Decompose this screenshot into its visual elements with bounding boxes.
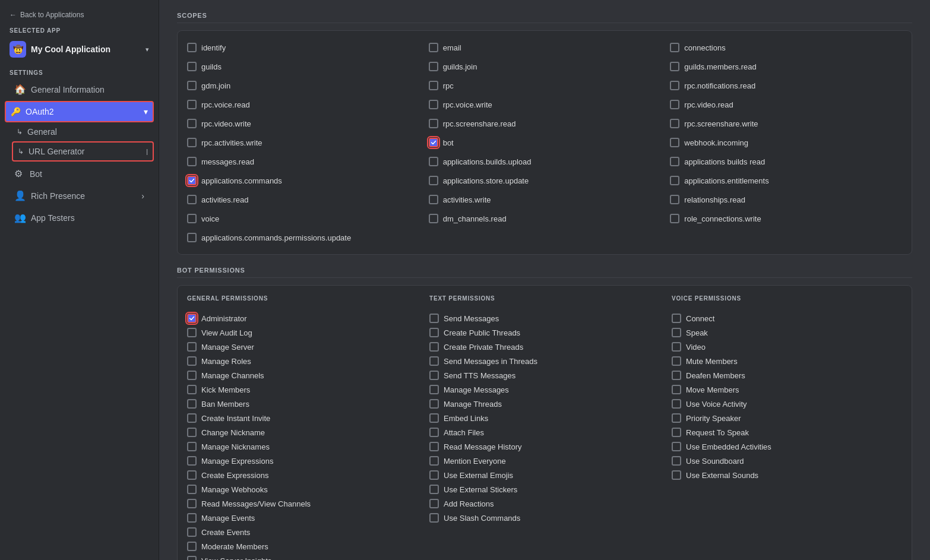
checkbox-webhook-incoming[interactable] [670,138,679,147]
checkbox-manage-webhooks[interactable] [187,485,197,494]
app-emoji: 🤠 [13,45,23,54]
checkbox-item-activities-write: activities.write [429,192,661,207]
checkbox-send-messages[interactable] [429,314,439,323]
checkbox-relationships-read[interactable] [670,195,679,204]
checkbox-guilds-members-read[interactable] [670,62,679,71]
checkbox-item-use-external-emojis: Use External Emojis [429,468,660,482]
checkbox-label-applications-entitlements: applications.entitlements [684,176,768,185]
checkbox-applications-entitlements[interactable] [670,176,679,185]
checkbox-move-members[interactable] [672,385,681,394]
checkbox-manage-roles[interactable] [187,356,197,366]
checkbox-item-send-messages-in-threads: Send Messages in Threads [429,354,660,368]
checkbox-administrator[interactable] [187,314,197,323]
checkbox-identify[interactable] [187,43,197,52]
checkbox-applications-store-update[interactable] [429,176,438,185]
checkbox-request-to-speak[interactable] [672,428,681,437]
back-to-applications-link[interactable]: ← Back to Applications [0,7,159,25]
checkbox-applications-commands[interactable] [187,176,197,185]
checkbox-rpc[interactable] [429,81,438,90]
checkbox-use-voice-activity[interactable] [672,399,681,409]
checkbox-use-embedded-activities[interactable] [672,442,681,451]
checkbox-send-messages-in-threads[interactable] [429,356,439,366]
checkbox-bot[interactable] [429,138,438,147]
checkbox-create-expressions[interactable] [187,470,197,480]
checkbox-rpc-screenshare-read[interactable] [429,119,438,128]
checkbox-moderate-members[interactable] [187,542,197,551]
checkbox-mention-everyone[interactable] [429,456,439,466]
checkbox-send-tts-messages[interactable] [429,371,439,380]
checkbox-change-nickname[interactable] [187,428,197,437]
rich-presence-icon: 👤 [14,190,26,201]
checkbox-read-message-history[interactable] [429,442,439,451]
checkbox-rpc-video-read[interactable] [670,100,679,109]
sidebar-item-oauth2[interactable]: 🔑 OAuth2 ▾ [5,101,154,122]
checkbox-video[interactable] [672,342,681,352]
checkbox-email[interactable] [429,43,438,52]
checkbox-use-slash-commands[interactable] [429,513,439,523]
checkbox-kick-members[interactable] [187,385,197,394]
checkbox-rpc-activities-write[interactable] [187,138,197,147]
checkbox-role-connections-write[interactable] [670,214,679,223]
checkbox-create-instant-invite[interactable] [187,413,197,423]
checkbox-activities-read[interactable] [187,195,197,204]
checkbox-manage-threads[interactable] [429,399,439,409]
checkbox-ban-members[interactable] [187,399,197,409]
checkbox-read-messages-view-channels[interactable] [187,499,197,508]
sidebar-item-bot[interactable]: ⚙ Bot [5,163,154,184]
checkbox-item-request-to-speak: Request To Speak [672,425,902,439]
checkbox-create-private-threads[interactable] [429,342,439,352]
sidebar-item-url-generator[interactable]: ↳ URL Generator | [12,141,154,162]
sidebar-item-general[interactable]: ↳ General [12,123,154,141]
checkbox-rpc-voice-write[interactable] [429,100,438,109]
checkbox-manage-server[interactable] [187,342,197,352]
checkbox-create-public-threads[interactable] [429,328,439,337]
checkbox-activities-write[interactable] [429,195,438,204]
checkbox-label-guilds-join: guilds.join [443,62,477,71]
checkbox-applications-builds-read[interactable] [670,157,679,166]
checkbox-use-external-sounds[interactable] [672,470,681,480]
checkbox-add-reactions[interactable] [429,499,439,508]
checkbox-deafen-members[interactable] [672,371,681,380]
checkbox-rpc-video-write[interactable] [187,119,197,128]
checkbox-item-applications-commands: applications.commands [187,173,419,188]
checkbox-applications-commands-permissions-update[interactable] [187,233,197,242]
checkbox-voice[interactable] [187,214,197,223]
checkbox-rpc-voice-read[interactable] [187,100,197,109]
checkbox-manage-events[interactable] [187,513,197,523]
checkbox-rpc-screenshare-write[interactable] [670,119,679,128]
sidebar-item-rich-presence[interactable]: 👤 Rich Presence › [5,185,154,206]
sidebar-item-general-information[interactable]: 🏠 General Information [5,79,154,100]
text-permissions-list: Send MessagesCreate Public ThreadsCreate… [429,311,660,525]
checkbox-messages-read[interactable] [187,157,197,166]
checkbox-manage-channels[interactable] [187,371,197,380]
checkbox-item-bot: bot [429,135,661,150]
checkbox-guilds[interactable] [187,62,197,71]
sidebar-item-app-testers[interactable]: 👥 App Testers [5,207,154,228]
checkbox-manage-expressions[interactable] [187,456,197,466]
checkbox-label-manage-threads: Manage Threads [444,400,502,409]
checkbox-rpc-notifications-read[interactable] [670,81,679,90]
checkbox-speak[interactable] [672,328,681,337]
checkbox-use-external-emojis[interactable] [429,470,439,480]
checkbox-mute-members[interactable] [672,356,681,366]
checkbox-guilds-join[interactable] [429,62,438,71]
selected-app-row[interactable]: 🤠 My Cool Application ▾ [0,37,159,65]
checkbox-use-external-stickers[interactable] [429,485,439,494]
checkbox-use-soundboard[interactable] [672,456,681,466]
checkbox-view-audit-log[interactable] [187,328,197,337]
checkbox-view-server-insights[interactable] [187,556,197,560]
checkbox-embed-links[interactable] [429,413,439,423]
checkbox-create-events[interactable] [187,527,197,537]
checkbox-applications-builds-upload[interactable] [429,157,438,166]
checkbox-gdm-join[interactable] [187,81,197,90]
checkbox-attach-files[interactable] [429,428,439,437]
checkbox-manage-messages[interactable] [429,385,439,394]
checkbox-item-manage-threads: Manage Threads [429,397,660,411]
checkbox-label-manage-server: Manage Server [201,343,254,352]
checkbox-priority-speaker[interactable] [672,413,681,423]
checkbox-dm-channels-read[interactable] [429,214,438,223]
checkbox-manage-nicknames[interactable] [187,442,197,451]
general-label: General [27,127,57,137]
checkbox-connections[interactable] [670,43,679,52]
checkbox-connect[interactable] [672,314,681,323]
